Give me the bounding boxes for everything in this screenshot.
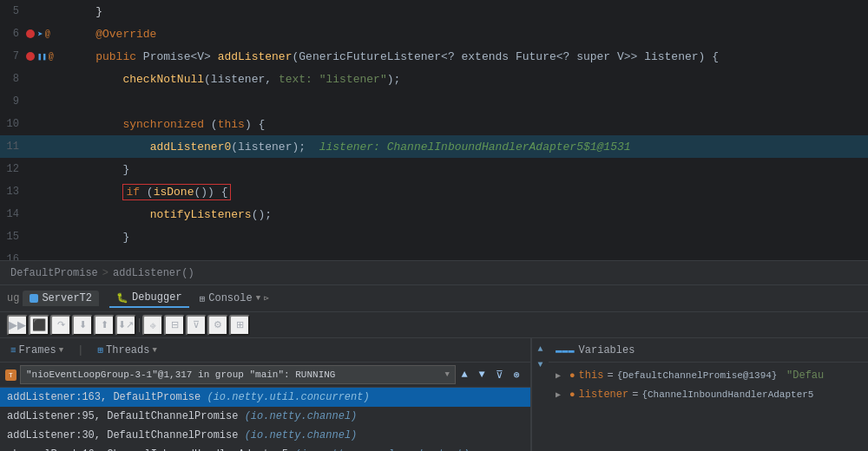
variables-panel: ▬▬▬ Variables ▶ ● this = {DefaultChannel… (549, 338, 868, 451)
debug-label: ug (7, 292, 19, 304)
var-equals: = (607, 369, 613, 382)
pause-btn[interactable]: ⬛ (29, 315, 49, 336)
scroll-down-btn[interactable]: ▼ (534, 357, 548, 371)
variable-item[interactable]: ▶ ● this = {DefaultChannelPromise@1394} … (549, 366, 868, 385)
var-expand-icon: ▶ (556, 370, 566, 381)
frames-tab[interactable]: ≡ Frames ▼ (7, 343, 67, 358)
debug-body: ≡ Frames ▼ | ⊞ Threads ▼ T "nioEventLoop… (0, 338, 868, 451)
variables-header: ▬▬▬ Variables (549, 338, 868, 363)
frames-header: ≡ Frames ▼ | ⊞ Threads ▼ (0, 338, 530, 363)
server-icon (30, 294, 38, 303)
var-expand-icon: ▶ (556, 389, 566, 400)
variable-item[interactable]: ▶ ● listener = {ChannelInboundHandlerAda… (549, 385, 868, 404)
breakpoint-icon (26, 29, 35, 38)
frame-package: (io.netty.channel) (245, 429, 358, 441)
code-line: 12 } (0, 158, 868, 180)
line-number: 7 (0, 50, 26, 62)
breadcrumb: DefaultPromise > addListener() (0, 260, 868, 284)
bookmark-icon: @ (45, 29, 50, 39)
threads-tab[interactable]: ⊞ Threads ▼ (94, 343, 160, 358)
nav-capture-btn[interactable]: ⊛ (508, 366, 525, 383)
breakpoint-icon (26, 52, 35, 61)
frame-location: addListener:95, DefaultChannelPromise (7, 410, 245, 422)
step-over-btn[interactable]: ↷ (50, 315, 71, 336)
code-line: 16 (0, 248, 868, 260)
at-icon: @ (49, 52, 54, 62)
resume-btn[interactable]: ▶▶ (7, 315, 28, 336)
step-out-btn[interactable]: ⬆ (94, 315, 115, 336)
code-content: public Promise<V> addListener(GenericFut… (65, 50, 868, 63)
frame-item[interactable]: addListener:30, DefaultChannelPromise (i… (0, 426, 530, 445)
code-content: } (65, 231, 868, 244)
tab-console[interactable]: ⊞ Console ▼ ⊳ (193, 290, 276, 307)
line-number: 11 (0, 141, 26, 153)
line-number: 14 (0, 208, 26, 220)
breadcrumb-method: addListener() (113, 267, 194, 279)
variable-icon: ● (569, 370, 575, 381)
var-value: {ChannelInboundHandlerAdapter5 (641, 389, 813, 400)
code-line: 9 (0, 90, 868, 113)
line-number: 5 (0, 5, 26, 17)
console-icon: ⊞ (200, 293, 206, 304)
code-line: 6 ➤ @ @Override (0, 23, 868, 45)
settings-btn[interactable]: ⚙ (207, 315, 228, 336)
console-extra-icon: ⊳ (264, 293, 269, 304)
var-string-val: "Defau (786, 369, 824, 382)
line-icons: ➤ @ (26, 29, 65, 40)
frames-panel: ≡ Frames ▼ | ⊞ Threads ▼ T "nioEventLoop… (0, 338, 531, 451)
variables-label: Variables (579, 344, 635, 356)
run-cursor-btn[interactable]: ⬇↗ (115, 315, 136, 336)
filter-btn[interactable]: ⊽ (186, 315, 207, 336)
code-content: } (65, 163, 868, 176)
var-name: this (579, 369, 604, 382)
code-line-if: 13 if (isDone()) { (0, 180, 868, 203)
thread-dropdown[interactable]: "nioEventLoopGroup-3-1"@1,317 in group "… (20, 365, 456, 384)
frames-list: addListener:163, DefaultPromise (io.nett… (0, 388, 530, 451)
scroll-buttons: ▲ ▼ 📌 (531, 338, 549, 451)
variables-list: ▶ ● this = {DefaultChannelPromise@1394} … (549, 363, 868, 451)
console-tab-label: Console (208, 292, 252, 304)
var-name: listener (579, 389, 629, 401)
thread-row: T "nioEventLoopGroup-3-1"@1,317 in group… (0, 363, 530, 388)
line-number: 15 (0, 231, 26, 243)
line-number: 8 (0, 73, 26, 85)
var-equals: = (632, 389, 638, 401)
debug-arrow-icon: ➤ (37, 29, 43, 40)
code-content: synchronized (this) { (65, 118, 868, 131)
nav-down-btn[interactable]: ▼ (473, 366, 490, 383)
step-into-btn[interactable]: ⬇ (72, 315, 93, 336)
frames-icon: ≡ (10, 345, 16, 356)
nav-filter-btn[interactable]: ⊽ (490, 366, 508, 383)
line-icons: ❚❚ @ (26, 52, 65, 62)
code-line: 5 } (0, 0, 868, 23)
code-content: checkNotNull(listener, text: "listener")… (65, 73, 868, 86)
frame-item[interactable]: channelRead:16, ChannelInboundHandlerAda… (0, 445, 530, 451)
frame-package: (io.netty.util.concurrent) (207, 391, 369, 403)
code-line: 8 checkNotNull(listener, text: "listener… (0, 68, 868, 90)
server-tab[interactable]: ServerT2 (23, 291, 99, 306)
threads-icon: ⊞ (97, 344, 103, 356)
code-content: @Override (65, 28, 868, 41)
frame-item[interactable]: addListener:95, DefaultChannelPromise (i… (0, 407, 530, 426)
server-tab-label: ServerT2 (42, 292, 92, 304)
var-value: {DefaultChannelPromise@1394} (617, 370, 783, 381)
line-number: 16 (0, 253, 26, 260)
frame-item[interactable]: addListener:163, DefaultPromise (io.nett… (0, 388, 530, 407)
frame-location: addListener:30, DefaultChannelPromise (7, 429, 245, 441)
debug-pause-icon: ❚❚ (37, 52, 47, 62)
code-line: 14 notifyListeners(); (0, 203, 868, 226)
scroll-up-btn[interactable]: ▲ (534, 342, 548, 356)
evaluate-btn[interactable]: ⎆ (142, 315, 163, 336)
console-arrow-icon: ▼ (256, 294, 260, 303)
debug-header: ug ServerT2 🐛 Debugger ⊞ Console ▼ ⊳ (0, 284, 868, 312)
nav-up-btn[interactable]: ▲ (456, 366, 473, 383)
frames-btn[interactable]: ⊟ (164, 315, 185, 336)
dropdown-arrow-icon: ▼ (445, 370, 450, 379)
debugger-tab-label: Debugger (132, 291, 182, 304)
tab-debugger[interactable]: 🐛 Debugger (109, 289, 189, 308)
code-editor: 5 } 6 ➤ @ @Override 7 ❚❚ @ public Promis… (0, 0, 868, 260)
toolbar-separator (139, 318, 140, 332)
line-number: 9 (0, 95, 26, 108)
debug-toolbar: ▶▶ ⬛ ↷ ⬇ ⬆ ⬇↗ ⎆ ⊟ ⊽ ⚙ ⊞ (0, 312, 868, 338)
restore-btn[interactable]: ⊞ (229, 315, 250, 336)
